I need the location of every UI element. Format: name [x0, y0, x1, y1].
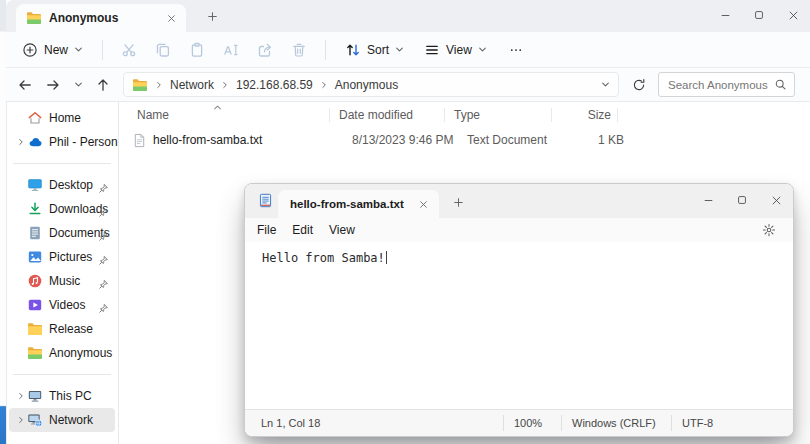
settings-button[interactable] [758, 220, 780, 240]
column-header-type[interactable]: Type [444, 108, 551, 122]
sidebar-item-pictures[interactable]: Pictures [9, 245, 115, 269]
documents-icon [27, 225, 43, 241]
maximize-button[interactable] [742, 0, 776, 30]
copy-button[interactable] [146, 35, 180, 65]
notepad-close-button[interactable] [759, 184, 793, 216]
column-header-size[interactable]: Size [551, 108, 617, 122]
sidebar-item-downloads[interactable]: Downloads [9, 197, 115, 221]
explorer-tab-bar: Anonymous [6, 0, 810, 32]
notepad-minimize-button[interactable] [691, 184, 725, 216]
notepad-tab[interactable]: hello-from-samba.txt [278, 190, 439, 218]
arrow-left-icon [17, 77, 33, 93]
expand-chevron[interactable] [14, 138, 27, 146]
plus-icon [453, 197, 464, 208]
sort-button[interactable]: Sort [335, 35, 414, 65]
column-separator[interactable] [444, 108, 445, 122]
sidebar-item-anonymous[interactable]: Anonymous [9, 341, 115, 365]
file-row-hello-from-samba-txt[interactable]: hello-from-samba.txt8/13/2023 9:46 PMTex… [119, 128, 810, 152]
pin-icon [98, 204, 109, 222]
refresh-button[interactable] [626, 72, 652, 98]
share-button[interactable] [248, 35, 282, 65]
new-tab-button[interactable] [200, 5, 224, 27]
downloads-icon [27, 201, 43, 217]
rename-button[interactable] [214, 35, 248, 65]
paste-button[interactable] [180, 35, 214, 65]
column-header-date-modified[interactable]: Date modified [329, 108, 444, 122]
new-button[interactable]: New [12, 35, 93, 65]
explorer-tab-anonymous[interactable]: Anonymous [16, 4, 186, 32]
pin-icon [98, 231, 109, 242]
back-button[interactable] [12, 72, 38, 98]
sidebar-item-music[interactable]: Music [9, 269, 115, 293]
search-box[interactable] [658, 72, 795, 97]
notepad-title-bar: hello-from-samba.txt [245, 184, 793, 218]
plus-icon [207, 11, 218, 22]
delete-button[interactable] [282, 35, 316, 65]
sidebar-item-videos[interactable]: Videos [9, 293, 115, 317]
sidebar-item-label: Videos [49, 298, 85, 312]
sidebar-item-network[interactable]: Network [9, 408, 115, 432]
close-button[interactable] [776, 0, 810, 30]
sort-button-label: Sort [367, 43, 389, 57]
chevron-right-icon [17, 392, 25, 400]
cut-button[interactable] [112, 35, 146, 65]
pin-icon [98, 303, 109, 314]
more-options-button[interactable] [497, 35, 535, 65]
sidebar-item-home[interactable]: Home [9, 106, 115, 130]
sidebar-item-desktop[interactable]: Desktop [9, 173, 115, 197]
sidebar-item-label: Music [49, 274, 80, 288]
address-dropdown-icon[interactable] [601, 80, 610, 89]
notepad-maximize-button[interactable] [725, 184, 759, 216]
up-button[interactable] [90, 72, 116, 98]
paste-icon [189, 42, 205, 58]
delete-icon [291, 42, 307, 58]
pictures-icon [27, 249, 43, 265]
sidebar-item-this-pc[interactable]: This PC [9, 384, 115, 408]
status-zoom-level: 100% [503, 415, 561, 431]
sidebar-item-release[interactable]: Release [9, 317, 115, 341]
file-size: 1 KB [564, 133, 630, 147]
sidebar: HomePhil - PersonalDesktopDownloadsDocum… [6, 102, 119, 444]
expand-chevron[interactable] [14, 416, 27, 424]
pin-icon [98, 300, 109, 318]
new-button-label: New [44, 43, 68, 57]
sidebar-item-label: Pictures [49, 250, 92, 264]
sidebar-divider [13, 163, 111, 164]
breadcrumb-item-anonymous[interactable]: Anonymous [335, 78, 398, 92]
tab-close-button[interactable] [162, 9, 180, 27]
sidebar-item-phil-personal[interactable]: Phil - Personal [9, 130, 115, 154]
arrow-up-icon [95, 77, 111, 93]
notepad-editor[interactable]: Hello from Samba! [245, 242, 793, 409]
chevron-right-icon [221, 81, 229, 89]
breadcrumb-item-network[interactable]: Network [170, 78, 214, 92]
recent-locations-button[interactable] [68, 72, 88, 98]
notepad-app-icon [258, 193, 273, 208]
view-button[interactable]: View [414, 35, 497, 65]
search-icon [774, 78, 787, 91]
column-header-name[interactable]: Name [119, 108, 329, 122]
column-separator[interactable] [551, 108, 552, 122]
folder-icon [27, 321, 43, 337]
menu-edit[interactable]: Edit [284, 220, 321, 240]
minimize-button[interactable] [708, 0, 742, 30]
breadcrumb[interactable]: Network192.168.68.59Anonymous [123, 72, 619, 97]
chevron-right-icon [155, 81, 163, 89]
menu-file[interactable]: File [249, 220, 284, 240]
menu-view[interactable]: View [321, 220, 363, 240]
notepad-new-tab-button[interactable] [447, 192, 469, 212]
pin-icon [98, 276, 109, 294]
sort-icon [345, 42, 361, 58]
forward-button[interactable] [40, 72, 66, 98]
chevron-down-icon [74, 45, 83, 54]
search-input[interactable] [666, 78, 770, 92]
explorer-toolbar: New Sort View [6, 32, 810, 68]
sidebar-item-documents[interactable]: Documents [9, 221, 115, 245]
column-separator[interactable] [329, 108, 330, 122]
pin-icon [98, 180, 109, 198]
notepad-status-bar: Ln 1, Col 18 100% Windows (CRLF) UTF-8 [245, 409, 793, 436]
breadcrumb-item-192-168-68-59[interactable]: 192.168.68.59 [236, 78, 313, 92]
notepad-tab-close-button[interactable] [414, 195, 432, 213]
column-separator[interactable] [617, 108, 618, 122]
this-pc-icon [27, 388, 43, 404]
expand-chevron[interactable] [14, 392, 27, 400]
